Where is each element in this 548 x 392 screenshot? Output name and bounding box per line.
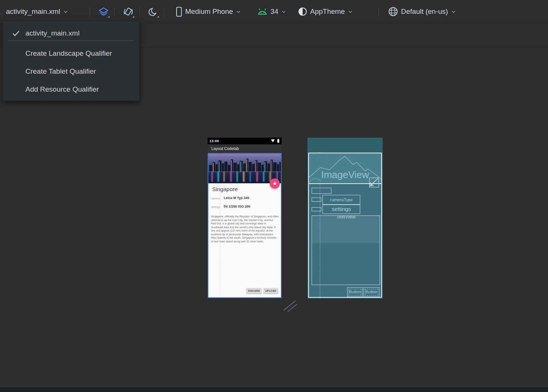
chevron-down-icon (348, 10, 353, 13)
android-status-bar: 13:00 (208, 138, 282, 144)
blueprint-fab[interactable] (369, 178, 379, 187)
textview-label: TextView (312, 215, 380, 220)
menu-item-label: Create Landscape Qualifier (25, 49, 112, 58)
api-level-dropdown[interactable]: 34 (257, 0, 286, 23)
menu-item-create-landscape[interactable]: Create Landscape Qualifier (3, 45, 139, 62)
dropdown-corner-icon (132, 16, 134, 18)
blueprint-description-textview[interactable]: TextView (312, 215, 380, 285)
design-surface-mode-button[interactable] (97, 6, 110, 18)
blueprint-button-1[interactable]: Button (347, 287, 363, 297)
upload-button[interactable]: UPLOAD (263, 288, 278, 294)
design-preview-phone[interactable]: 13:00 Layout Codelab (208, 138, 282, 298)
chevron-down-icon (451, 10, 456, 13)
status-time: 13:00 (209, 139, 219, 143)
locale-label: Default (en-us) (401, 7, 448, 16)
phone-icon (176, 7, 182, 17)
theme-dropdown[interactable]: AppTheme (298, 0, 353, 23)
menu-item-label: Add Resource Qualifier (25, 85, 99, 94)
menu-item-label: Create Tablet Qualifier (25, 67, 96, 76)
camera-label[interactable]: Camera (211, 197, 220, 200)
app-bar: Layout Codelab (208, 144, 282, 153)
menu-item-label: activity_main.xml (25, 29, 80, 37)
blueprint-title-textview[interactable] (312, 188, 331, 194)
app-bar-title: Layout Codelab (211, 146, 239, 151)
description-textview[interactable]: Singapore, officially the Republic of Si… (211, 215, 279, 243)
chevron-down-icon (236, 10, 241, 13)
locale-dropdown[interactable]: Default (en-us) (388, 0, 456, 23)
file-variant-label: activity_main.xml (6, 7, 60, 16)
design-root-layout[interactable]: ★ Singapore Camera Leica M Typ 240 Setti… (208, 153, 282, 298)
menu-item-add-resource-qualifier[interactable]: Add Resource Qualifier (3, 81, 139, 98)
fab-star-button[interactable]: ★ (270, 178, 280, 189)
camera-value[interactable]: Leica M Typ 240 (224, 196, 249, 200)
menu-item-create-tablet[interactable]: Create Tablet Qualifier (3, 63, 139, 80)
blueprint-camera-label[interactable] (312, 197, 321, 202)
design-toolbar: activity_main.xml (0, 0, 548, 23)
toolbar-separator (90, 7, 90, 17)
menu-separator (8, 40, 134, 41)
settings-label[interactable]: Settings (211, 206, 220, 208)
layout-editor-canvas: activity_main.xml (0, 0, 548, 392)
blueprint-app-bar-band (307, 138, 383, 153)
cameratype-label: cameraType (330, 197, 353, 202)
globe-icon (388, 7, 398, 16)
theme-label: AppTheme (310, 7, 345, 16)
toolbar-separator (140, 7, 140, 17)
night-mode-button[interactable] (147, 6, 159, 18)
discard-button[interactable]: DISCARD (246, 288, 262, 294)
button-label: Button (349, 290, 361, 294)
chevron-down-icon (281, 10, 286, 13)
device-dropdown[interactable]: Medium Phone (176, 0, 241, 23)
blueprint-cameratype-spinner[interactable]: cameraType (322, 195, 360, 205)
blueprint-preview-phone[interactable]: ImageView cameraType settings TextView B… (307, 138, 383, 298)
battery-icon (277, 139, 279, 143)
title-textview[interactable]: Singapore (212, 186, 238, 192)
star-icon: ★ (273, 181, 277, 186)
device-label: Medium Phone (185, 7, 233, 16)
ide-status-strip (0, 388, 548, 392)
dropdown-corner-icon (108, 16, 110, 18)
chevron-down-icon (63, 10, 68, 13)
singapore-imageview[interactable] (208, 154, 281, 183)
theme-contrast-icon (298, 7, 307, 16)
orientation-button[interactable] (122, 6, 135, 18)
android-icon (257, 8, 267, 15)
settings-value[interactable]: f/4 1/250 ISO 200 (224, 205, 250, 208)
layers-icon (98, 7, 109, 17)
toolbar-separator (114, 7, 115, 17)
toolbar-separator (379, 7, 379, 17)
blueprint-settings-label[interactable] (312, 207, 321, 211)
toolbar-separator (164, 7, 164, 17)
blueprint-root-layout[interactable]: ImageView cameraType settings TextView B… (308, 153, 382, 298)
button-label: Button (365, 290, 377, 294)
file-variant-dropdown[interactable]: activity_main.xml (6, 0, 68, 23)
api-level-label: 34 (270, 7, 278, 16)
canvas-resize-handle[interactable] (281, 298, 299, 313)
wifi-icon (271, 139, 275, 143)
menu-item-current-file-row[interactable]: activity_main.xml (3, 25, 139, 42)
dropdown-corner-icon (157, 16, 159, 18)
blueprint-button-2[interactable]: Button (364, 287, 380, 297)
moon-icon (148, 7, 158, 17)
checkmark-icon (12, 30, 20, 37)
file-variant-menu: activity_main.xml Create Landscape Quali… (3, 21, 140, 101)
blueprint-settings-spinner[interactable]: settings (322, 205, 360, 214)
settings-label: settings (332, 206, 351, 212)
